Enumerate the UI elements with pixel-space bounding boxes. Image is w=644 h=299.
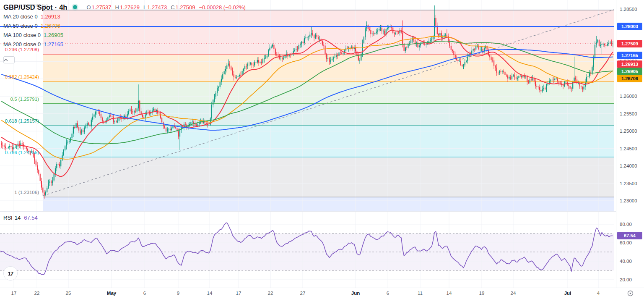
candle-body (359, 60, 360, 61)
candle-body (387, 28, 388, 29)
time-axis-label-4: 4 (597, 291, 600, 296)
candle-body (402, 33, 403, 45)
candle-body (483, 49, 483, 51)
candle-body (435, 18, 436, 26)
candle-body (504, 72, 505, 75)
candle-body (273, 45, 274, 49)
ma50-legend-item[interactable]: MA 50 close 0 1.26706 (3, 21, 246, 30)
candle-body (589, 73, 590, 76)
time-axis-label-17: 17 (236, 291, 242, 296)
candle-body (249, 64, 249, 64)
candle-body (4, 145, 5, 147)
candle-body (167, 129, 168, 131)
candle-body (601, 44, 602, 45)
candle-body (379, 29, 379, 30)
candle-body (257, 60, 258, 63)
price-badge-1.26913: 1.26913 (617, 60, 642, 68)
candle-body (36, 160, 36, 165)
candle-body (95, 112, 96, 115)
price-axis-label: 1.24500 (620, 146, 637, 151)
time-axis-label-6: 6 (387, 291, 389, 296)
rsi-legend-item[interactable]: RSI 14 67.54 (3, 215, 38, 221)
interval-label[interactable]: 4h (59, 3, 67, 11)
candle-body (55, 168, 56, 174)
price-axis-label: 1.25000 (620, 129, 637, 134)
timezone-settings-icon[interactable] (627, 290, 634, 297)
candle-body (98, 112, 99, 112)
time-axis-label-22: 22 (34, 291, 40, 296)
candle-body (60, 160, 61, 166)
time-axis-label-25: 25 (66, 291, 71, 296)
candle-body (276, 55, 277, 55)
candle-body (253, 65, 254, 65)
candle-body (164, 126, 165, 128)
candle-body (556, 79, 557, 79)
candle-body (68, 142, 68, 143)
candle-body (296, 49, 296, 50)
candle-body (80, 131, 80, 134)
candle-body (335, 57, 335, 58)
candle-body (603, 44, 604, 45)
candle-body (258, 60, 259, 63)
candle-body (491, 57, 491, 60)
candle-body (110, 115, 111, 116)
ma100-legend-item[interactable]: MA 100 close 0 1.26905 (3, 30, 246, 39)
candle-body (574, 78, 574, 82)
candle-body (267, 56, 267, 58)
candle-body (62, 155, 62, 160)
candle-body (323, 45, 324, 45)
pane-divider[interactable] (0, 211, 616, 212)
candle-body (170, 129, 171, 130)
candle-body (93, 115, 94, 117)
symbol-title-row[interactable]: GBP/USD Spot · 4h O1.27537 H1.27629 L1.2… (3, 3, 246, 12)
candle-body (5, 147, 6, 148)
time-axis-label-14: 14 (207, 291, 213, 296)
candle-body (327, 58, 328, 59)
candle-body (513, 75, 514, 76)
candle-body (3, 145, 3, 145)
candle-body (549, 81, 550, 83)
candle-body (532, 79, 533, 80)
candle-body (445, 35, 446, 35)
high-key: H (115, 4, 119, 10)
candle-body (332, 59, 332, 60)
candle-body (77, 123, 78, 127)
candle-body (394, 33, 395, 34)
candle-body (460, 61, 461, 65)
candle-body (179, 130, 180, 136)
symbol-name[interactable]: GBP/USD Spot (3, 3, 53, 11)
collapse-legend-button[interactable] (3, 56, 15, 63)
candle-body (238, 76, 239, 77)
candle-body (217, 88, 218, 93)
candle-body (315, 35, 316, 38)
candle-body (475, 46, 476, 50)
candle-body (66, 143, 67, 147)
ma200-legend-item[interactable]: MA 200 close 0 1.27165 (3, 39, 246, 49)
candle-body (509, 77, 509, 79)
candle-body (214, 97, 215, 100)
rsi-period: 14 (15, 215, 21, 221)
candle-body (69, 141, 70, 142)
candle-body (516, 77, 517, 79)
candle-body (83, 130, 83, 132)
candle-body (376, 31, 377, 33)
candle-body (96, 112, 97, 112)
time-axis-label-Jul: Jul (564, 291, 571, 296)
candle-body (40, 174, 41, 181)
candle-body (374, 33, 375, 34)
candle-body (534, 79, 535, 81)
candle-body (503, 71, 504, 72)
candle-body (596, 42, 597, 45)
ma20-legend-item[interactable]: MA 20 close 0 1.26913 (3, 12, 246, 21)
time-axis[interactable]: 172225May6914172227Jun611141924Jul4 (0, 288, 644, 299)
candle-body (282, 58, 283, 59)
price-axis[interactable]: 1.285001.270001.260001.255001.250001.245… (616, 0, 644, 288)
ma50-value: 1.26706 (41, 23, 60, 29)
tradingview-logo[interactable]: 17 (3, 266, 18, 281)
candle-body (322, 41, 323, 45)
rsi-pane[interactable] (0, 211, 616, 288)
candle-body (489, 55, 490, 58)
candle-body (552, 80, 553, 80)
candle-body (492, 60, 493, 60)
ma50-label: MA 50 close 0 (3, 23, 38, 29)
